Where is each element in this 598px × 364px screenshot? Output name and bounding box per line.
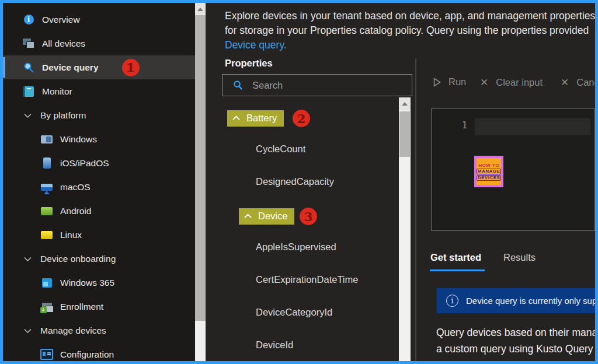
- cancel-label: Cancel: [576, 77, 598, 88]
- close-icon: ✕: [561, 76, 569, 89]
- play-icon: [433, 78, 441, 87]
- property-item-appleissupervised[interactable]: AppleIsSupervised: [256, 242, 336, 253]
- property-item-certexpirationdatetime[interactable]: CertExpirationDateTime: [256, 274, 358, 285]
- chevron-up-icon: [244, 214, 252, 218]
- main-scrollbar-thumb[interactable]: [195, 15, 206, 321]
- clear-input-button[interactable]: ✕ Clear input: [480, 76, 543, 89]
- info-banner: Device query is currently only sup: [437, 288, 598, 313]
- info-banner-text: Device query is currently only sup: [466, 296, 597, 306]
- property-item-cyclecount[interactable]: CycleCount: [256, 144, 305, 155]
- scroll-up-button[interactable]: [399, 97, 411, 110]
- property-item-devicecategoryid[interactable]: DeviceCategoryId: [256, 307, 332, 318]
- run-label: Run: [448, 76, 466, 88]
- logo-line-1: HOW TO: [478, 163, 499, 168]
- get-started-body: Query devices based on their mana a cust…: [436, 324, 597, 357]
- editor-active-line[interactable]: [475, 118, 590, 135]
- cancel-button[interactable]: ✕ Cancel: [561, 76, 598, 89]
- tab-get-started[interactable]: Get started: [430, 252, 481, 263]
- properties-scrollbar[interactable]: [399, 97, 411, 361]
- body-line-2: a custom query using Kusto Query: [436, 341, 597, 357]
- close-icon: ✕: [480, 76, 488, 89]
- info-icon: [446, 295, 458, 307]
- chevron-up-icon: [232, 116, 240, 120]
- property-group-label: Device: [258, 211, 287, 222]
- intune-device-query-page: Overview All devices Device query 1 Moni…: [0, 0, 598, 364]
- run-button[interactable]: Run: [433, 76, 466, 88]
- body-line-1: Query devices based on their mana: [436, 324, 597, 341]
- tab-results[interactable]: Results: [503, 252, 536, 263]
- editor-line-number: 1: [462, 120, 467, 131]
- property-group-label: Battery: [246, 113, 277, 124]
- logo-line-2: MANAGE: [477, 169, 502, 174]
- scroll-up-button[interactable]: [195, 3, 206, 15]
- annotation-badge-2: 2: [293, 110, 310, 127]
- panel-divider: [415, 58, 416, 361]
- property-item-designedcapacity[interactable]: DesignedCapacity: [256, 176, 334, 187]
- properties-scrollbar-thumb[interactable]: [399, 111, 410, 157]
- clear-input-label: Clear input: [496, 77, 543, 88]
- property-group-device[interactable]: Device: [239, 208, 294, 225]
- annotation-badge-3: 3: [300, 208, 317, 225]
- active-tab-indicator: [430, 270, 485, 271]
- logo-line-3: DEVICES: [477, 175, 502, 181]
- property-item-deviceid[interactable]: DeviceId: [256, 340, 293, 351]
- query-editor[interactable]: 1 HOW TO MANAGE DEVICES: [431, 108, 595, 231]
- howtomanagedevices-logo: HOW TO MANAGE DEVICES: [474, 156, 503, 187]
- property-group-battery[interactable]: Battery: [227, 110, 284, 127]
- main-scrollbar[interactable]: [195, 3, 206, 361]
